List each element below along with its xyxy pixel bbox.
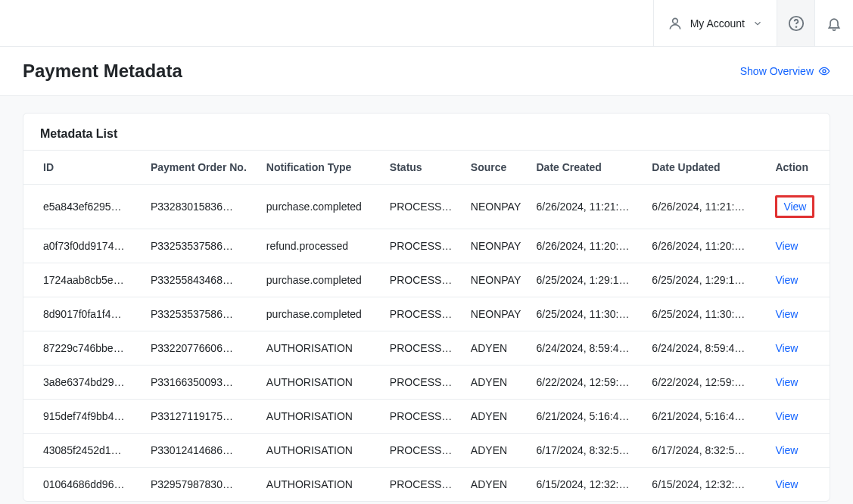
cell-action: View — [767, 229, 830, 263]
cell-updated: 6/17/2024, 8:32:5… — [644, 434, 767, 468]
user-icon — [668, 16, 683, 31]
cell-status: PROCESSED — [382, 185, 463, 229]
content-area: Metadata List ID Payment Order No. Notif… — [0, 96, 853, 504]
page-title: Payment Metadata — [23, 61, 182, 82]
account-label: My Account — [690, 17, 745, 30]
highlight-box: View — [775, 195, 814, 218]
cell-id: 915def74f9bb4… — [23, 400, 143, 434]
cell-created: 6/15/2024, 12:32:… — [528, 468, 644, 502]
card-title: Metadata List — [23, 114, 830, 150]
table-row: 8d9017f0fa1f4…P33253537586…purchase.comp… — [23, 297, 830, 331]
cell-created: 6/25/2024, 1:29:1… — [528, 263, 644, 297]
cell-source: NEONPAY — [463, 297, 529, 331]
svg-point-3 — [823, 70, 826, 73]
show-overview-link[interactable]: Show Overview — [740, 65, 830, 77]
cell-status: PROCESSED — [382, 297, 463, 331]
show-overview-label: Show Overview — [740, 65, 814, 77]
view-button[interactable]: View — [775, 308, 798, 320]
cell-source: ADYEN — [463, 468, 529, 502]
col-header-created: Date Created — [528, 151, 644, 185]
cell-source: NEONPAY — [463, 229, 529, 263]
cell-action: View — [767, 297, 830, 331]
cell-order: P33283015836… — [143, 185, 259, 229]
cell-status: PROCESSED — [382, 366, 463, 400]
table-row: a0f73f0dd9174…P33253537586…refund.proces… — [23, 229, 830, 263]
cell-order: P33127119175… — [143, 400, 259, 434]
cell-updated: 6/15/2024, 12:32:… — [644, 468, 767, 502]
cell-created: 6/22/2024, 12:59:… — [528, 366, 644, 400]
view-button[interactable]: View — [783, 201, 806, 213]
cell-type: purchase.completed — [259, 297, 382, 331]
cell-source: ADYEN — [463, 434, 529, 468]
svg-point-2 — [795, 26, 796, 27]
cell-type: refund.processed — [259, 229, 382, 263]
cell-updated: 6/24/2024, 8:59:4… — [644, 331, 767, 366]
cell-id: 87229c746bbe… — [23, 331, 143, 366]
cell-status: PROCESSED — [382, 331, 463, 366]
cell-source: NEONPAY — [463, 185, 529, 229]
cell-id: 43085f2452d1… — [23, 434, 143, 468]
cell-created: 6/17/2024, 8:32:5… — [528, 434, 644, 468]
table-row: 43085f2452d1…P33012414686…AUTHORISATIONP… — [23, 434, 830, 468]
notifications-button[interactable] — [815, 0, 853, 46]
view-button[interactable]: View — [775, 376, 798, 388]
cell-source: ADYEN — [463, 366, 529, 400]
cell-source: ADYEN — [463, 331, 529, 366]
col-header-action: Action — [767, 151, 830, 185]
cell-order: P33220776606… — [143, 331, 259, 366]
cell-action: View — [767, 400, 830, 434]
cell-updated: 6/26/2024, 11:21:… — [644, 185, 767, 229]
cell-id: e5a843ef6295… — [23, 185, 143, 229]
view-button[interactable]: View — [775, 444, 798, 456]
svg-point-0 — [672, 18, 677, 23]
cell-created: 6/26/2024, 11:21:… — [528, 185, 644, 229]
cell-id: 1724aab8cb5e… — [23, 263, 143, 297]
cell-status: PROCESSED — [382, 400, 463, 434]
table-row: 01064686dd96…P32957987830…AUTHORISATIONP… — [23, 468, 830, 502]
cell-updated: 6/26/2024, 11:20:… — [644, 229, 767, 263]
cell-type: AUTHORISATION — [259, 331, 382, 366]
cell-status: PROCESSED — [382, 263, 463, 297]
cell-status: PROCESSED — [382, 229, 463, 263]
cell-type: AUTHORISATION — [259, 434, 382, 468]
cell-id: a0f73f0dd9174… — [23, 229, 143, 263]
cell-type: purchase.completed — [259, 185, 382, 229]
cell-order: P33255843468… — [143, 263, 259, 297]
view-button[interactable]: View — [775, 478, 798, 490]
view-button[interactable]: View — [775, 410, 798, 422]
cell-order: P33012414686… — [143, 434, 259, 468]
cell-updated: 6/22/2024, 12:59:… — [644, 366, 767, 400]
col-header-id: ID — [23, 151, 143, 185]
cell-status: PROCESSED — [382, 468, 463, 502]
cell-created: 6/24/2024, 8:59:4… — [528, 331, 644, 366]
view-button[interactable]: View — [775, 240, 798, 252]
cell-order: P33253537586… — [143, 297, 259, 331]
cell-action: View — [767, 366, 830, 400]
help-button[interactable] — [777, 0, 815, 46]
col-header-status: Status — [382, 151, 463, 185]
page-header: Payment Metadata Show Overview — [0, 47, 853, 96]
view-button[interactable]: View — [775, 342, 798, 354]
account-menu[interactable]: My Account — [653, 0, 777, 46]
cell-created: 6/26/2024, 11:20:… — [528, 229, 644, 263]
cell-id: 01064686dd96… — [23, 468, 143, 502]
table-row: 1724aab8cb5e…P33255843468…purchase.compl… — [23, 263, 830, 297]
table-row: 3a8e6374bd29…P33166350093…AUTHORISATIONP… — [23, 366, 830, 400]
cell-updated: 6/21/2024, 5:16:4… — [644, 400, 767, 434]
help-icon — [788, 15, 805, 32]
top-bar: My Account — [0, 0, 853, 47]
col-header-updated: Date Updated — [644, 151, 767, 185]
cell-created: 6/25/2024, 11:30:… — [528, 297, 644, 331]
col-header-source: Source — [463, 151, 529, 185]
cell-action: View — [767, 434, 830, 468]
view-button[interactable]: View — [775, 274, 798, 286]
bell-icon — [827, 16, 842, 31]
col-header-order: Payment Order No. — [143, 151, 259, 185]
cell-source: NEONPAY — [463, 263, 529, 297]
eye-icon — [818, 65, 830, 77]
cell-updated: 6/25/2024, 11:30:… — [644, 297, 767, 331]
cell-id: 3a8e6374bd29… — [23, 366, 143, 400]
chevron-down-icon — [752, 18, 763, 29]
cell-type: AUTHORISATION — [259, 366, 382, 400]
cell-type: AUTHORISATION — [259, 468, 382, 502]
